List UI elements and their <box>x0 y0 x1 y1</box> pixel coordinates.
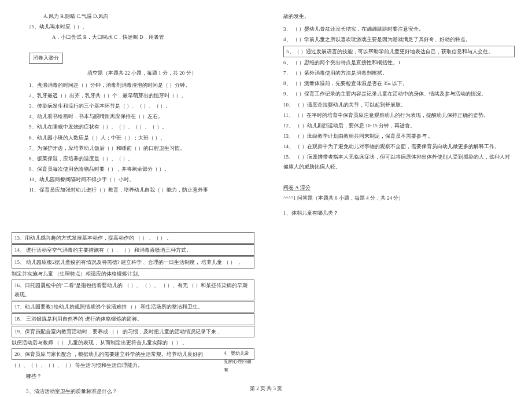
fill-item: 2、乳牙最迟（ ）出齐，乳牙共（ ）个，最早萌芽出的恒牙叫（ ）。 <box>29 91 254 100</box>
lower-item: 制定并实施与儿童 （生理特点）相适应的体格锻炼计划。 <box>12 269 254 278</box>
judgment-item: 15、 （ ）病原携带者指本人无临床症状，但可以将病原体排出体外使别人受到感染的… <box>283 152 515 171</box>
continuation-text: 故的发生。 <box>283 12 515 21</box>
q24-options: A.风力 B.阴晴 C.气温 D.风向 <box>29 12 254 21</box>
q25-stem: 25、幼儿喝水时应（ ）。 <box>29 22 254 31</box>
fill-item: 4、幼儿看书绘画时，书本与眼睛距离应保持在（ ）左右。 <box>29 112 254 121</box>
section3-title: 阎卷 A 淳分 <box>283 183 515 192</box>
lower-left-block: 13、用幼儿感兴趣的方式发展基本动作，提高动作的 （ ） 、（ ） 。 14、 … <box>0 231 266 397</box>
judgment-item: 8、 （ ）测量体温前，先要检查体温是否在 35c 以下。 <box>283 79 515 88</box>
judgment-item: 6、 （ ）思维的两个突出特点是直接性和概括性。1 <box>283 58 515 67</box>
lower-item: 13、用幼儿感兴趣的方式发展基本动作，提高动作的 （ ） 、（ ） 。 <box>12 232 254 244</box>
judgment-item: 10、 （ ）适度牵拉婴幼儿的关节，可以起到舒展肢。 <box>283 100 515 109</box>
fill-item: 11、保育员应加强对幼儿进行（ ）教育，培养幼儿自我（ ）能力，防止意外事 <box>29 185 254 194</box>
fill-item: 6、幼儿园小班的人数应是（ ）人；中班（ ）；大班（ ）。 <box>29 133 254 142</box>
q25-options: A．小口尝试 B．大口喝水 C．快速喝 D．用吸管 <box>29 32 254 42</box>
fill-item: 10、幼儿园两餐间隔时间不得少于（ ）小时。 <box>29 175 254 184</box>
fill-item: 3、传染病发生和流行的三个基本环节是（ ）、（ ）、（ ）。 <box>29 101 254 111</box>
judgment-item: 4、 （ ）学前儿童之所以喜欢玩游戏主要是因为游戏满足了其好奇、好动的特点。 <box>283 35 515 44</box>
fill-item: 5、幼儿在睡眠中发烧的症状有（ ）、（ ）、（ ）、（ ）。 <box>29 122 254 131</box>
page-footer: 第 2 页 共 5 页 <box>0 385 532 392</box>
lower-item: 20、保育员应与家长配合 ，根据幼儿的需要建立科学的生活常规。培养幼儿良好的 4… <box>12 348 254 360</box>
qa-q1: 1、体弱儿童有哪几类？ <box>283 208 515 218</box>
right-column: 故的发生。 3、 （ ）婴幼儿骨盆还没长结实，在蹦蹦跳跳时要注意安全。 4、 （… <box>266 0 532 397</box>
judgment-item: 9、 （ ）保育工作记录的主要内容是记录儿童在活动中的身体、情绪及参与活动的情况… <box>283 89 515 98</box>
judgment-item: 3、 （ ）婴幼儿骨盆还没长结实，在蹦蹦跳跳时要注意安全。 <box>283 24 515 34</box>
fill-item: 8、饭菜保温，应培养的温度是（ ）、（ ）。 <box>29 154 254 163</box>
lower-item: 16、日托园晨检中的"二看"是指包括看婴幼儿的 （ ）、 （ ）、 （ ）、有无… <box>12 280 254 300</box>
lower-item-text: 20、保育员应与家长配合 ，根据幼儿的需要建立科学的生活常规。培养幼儿良好的 <box>14 351 203 357</box>
section2-title: 滔卷入渺分 <box>29 53 63 64</box>
q4-right-note: 4、婴幼儿常见的心理问题有 <box>224 350 252 374</box>
fill-item: 7、为保护牙齿，应培养幼儿饭后（ ）和睡前（ ）的口腔卫生习惯。 <box>29 144 254 153</box>
judgment-item: 7、 （ ）紫外消毒使用的方法是消毒剂擦拭。 <box>283 68 515 78</box>
lower-item: 19、保育员配合室内教育活动时，要养成 （ ） 的习惯，及时把儿童的活动情况记录… <box>12 326 254 337</box>
lower-item: 14、 进行活动室空气消毒的主要措施有（ ）、（ ） 和消毒液喷洒三种方式。 <box>12 244 254 256</box>
section2-subtitle: 填空题（本题共 22 小题，每题 1 分，共 20 分） <box>29 69 254 77</box>
lower-item: 以便活动后与教师 （ ） 儿童的表现， 从而制定出更符合儿童实际的 （ ） 。 <box>12 338 254 347</box>
lower-item: 17、幼儿园要教3给幼儿协规照情些沸个状清难持 （ ） 和生活场所的整洁和卫生。 <box>12 301 254 313</box>
lower-item: 18、 三浴锻炼是利用自然界的 进行的体格锻炼的简称。 <box>12 313 254 325</box>
judgment-item: 14、 （ ）在观察中为了避免幼儿对事物的观察不全面，需要保育员向幼儿做更多的解… <box>283 142 515 151</box>
fill-blank-list: 1、煮沸消毒的时间是（ ）分钟，消毒剂消毒浸泡的时间是（ ）分钟。 2、乳牙最迟… <box>29 80 254 195</box>
q-which: 哪些？ <box>12 372 254 381</box>
judgment-item: 5、（ ）通过发展语言的技能，可以帮助学前儿童更好地表达自己，获取信息和与人交往… <box>283 46 515 57</box>
lower-item: （ ）、（ ）、（ ）、（ ） 等生活习惯和生活自理能力。 <box>12 361 254 370</box>
lower-item: 15、 幼儿园应根2据儿童疫的有情况及特需德? 建立科学 、合理的一日生活制度，… <box>12 256 254 268</box>
judgment-item: 11、 （ ）在平时的培育中保育员应注意观察幼儿的行为表现，提醒幼儿保持正确的姿… <box>283 111 515 120</box>
section3-subtitle: ^^^^1 问答题（本题共 6 小题，每题 4 分，共 24 分） <box>283 193 515 203</box>
fill-item: 9、保育员每次使用危险物品时要（ ），并将剩余部分（ ）。 <box>29 164 254 174</box>
qa-section: 阎卷 A 淳分 ^^^^1 问答题（本题共 6 小题，每题 4 分，共 24 分… <box>283 183 515 218</box>
fill-item: 1、煮沸消毒的时间是（ ）分钟，消毒剂消毒浸泡的时间是（ ）分钟。 <box>29 80 254 90</box>
judgment-item: 13、 （ ）班级教学计划由教师共同来制定，保育员不需要参与 。 <box>283 131 515 141</box>
judgment-item: 12、 （ ）幼儿剧烈运动后，要休息 10-15 分钟，再进食。 <box>283 121 515 130</box>
judgment-list: 3、 （ ）婴幼儿骨盆还没长结实，在蹦蹦跳跳时要注意安全。 4、 （ ）学前儿童… <box>283 24 515 171</box>
